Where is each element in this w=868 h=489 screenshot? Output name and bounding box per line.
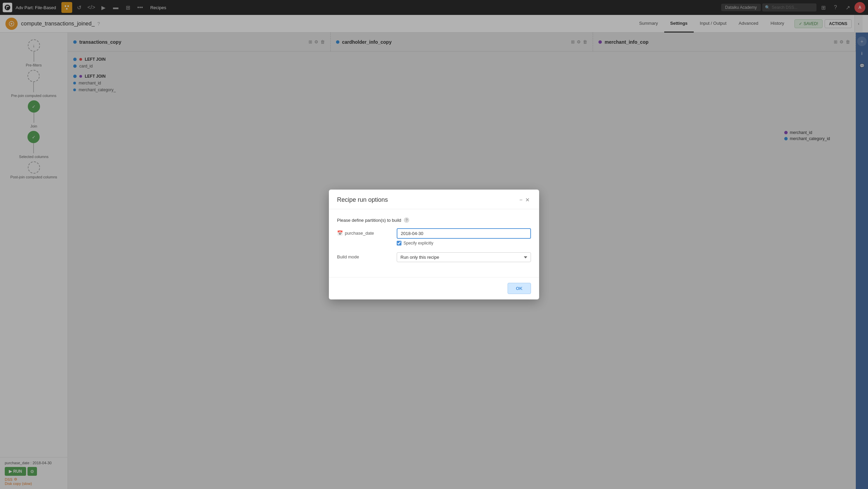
partition-field-label: 📅 purchase_date bbox=[337, 228, 391, 236]
partition-help-icon[interactable]: ? bbox=[404, 217, 409, 223]
modal-minimize-btn[interactable]: − bbox=[518, 197, 524, 203]
modal-footer: OK bbox=[329, 277, 539, 299]
partition-date-input[interactable] bbox=[397, 228, 531, 239]
partition-section-title: Please define partition(s) to build ? bbox=[337, 217, 531, 223]
modal-header: Recipe run options − ✕ bbox=[329, 190, 539, 209]
modal-dialog: Recipe run options − ✕ Please define par… bbox=[329, 190, 539, 299]
modal-body: Please define partition(s) to build ? 📅 … bbox=[329, 209, 539, 277]
build-mode-form-row: Build mode Run only this recipe Build re… bbox=[337, 252, 531, 262]
modal-title: Recipe run options bbox=[337, 196, 518, 203]
build-mode-select[interactable]: Run only this recipe Build required data… bbox=[397, 252, 531, 262]
partition-form-row: 📅 purchase_date Specify explicitly bbox=[337, 228, 531, 246]
specify-label: Specify explicitly bbox=[403, 241, 433, 246]
build-mode-label: Build mode bbox=[337, 252, 391, 259]
modal-close-btn[interactable]: ✕ bbox=[524, 197, 531, 203]
calendar-icon: 📅 bbox=[337, 230, 343, 236]
build-mode-field: Run only this recipe Build required data… bbox=[397, 252, 531, 262]
specify-explicitly-checkbox[interactable] bbox=[397, 241, 401, 246]
modal-overlay[interactable]: Recipe run options − ✕ Please define par… bbox=[0, 0, 868, 489]
partition-field-wrap: Specify explicitly bbox=[397, 228, 531, 246]
specify-row: Specify explicitly bbox=[397, 241, 531, 246]
ok-button[interactable]: OK bbox=[508, 283, 531, 294]
